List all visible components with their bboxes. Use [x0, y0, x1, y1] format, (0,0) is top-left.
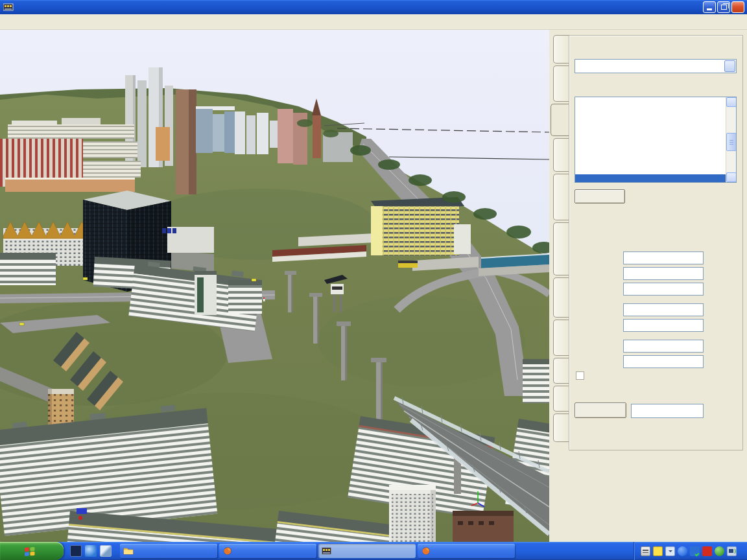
list-item[interactable]	[575, 114, 726, 122]
gradient-end-input[interactable]	[623, 319, 704, 332]
cant-end-input[interactable]	[623, 355, 704, 368]
list-item[interactable]	[575, 132, 726, 140]
task-omsi-app[interactable]	[318, 544, 416, 558]
minimize-button[interactable]	[703, 1, 716, 13]
kmplayer-icon[interactable]	[70, 545, 82, 557]
scroll-down-icon[interactable]	[726, 172, 737, 182]
firefox-icon	[421, 546, 431, 555]
spline-types-listbox[interactable]	[575, 97, 737, 183]
tab-signal-rts[interactable]	[553, 320, 569, 356]
scroll-thumb[interactable]	[726, 133, 737, 151]
folder-icon	[123, 546, 134, 555]
tab-splines[interactable]	[551, 104, 569, 136]
keyboard-icon[interactable]	[641, 546, 650, 556]
menu-helpers[interactable]	[27, 20, 38, 24]
app-bus-icon	[3, 3, 14, 12]
list-item[interactable]	[575, 166, 726, 174]
start-button[interactable]	[0, 542, 64, 560]
mirror-checkbox-box[interactable]	[576, 371, 584, 380]
list-item[interactable]	[575, 106, 726, 114]
media-player-icon[interactable]	[100, 545, 112, 557]
close-button[interactable]	[731, 1, 744, 13]
window-titlebar[interactable]	[0, 0, 747, 14]
complete-to-button[interactable]	[575, 402, 626, 418]
hide-icons-chevron-icon[interactable]	[678, 546, 687, 556]
taskbar: )	[0, 542, 747, 560]
tab-spline-exp[interactable]	[553, 277, 569, 318]
tab-envir[interactable]	[553, 386, 569, 412]
restore-button[interactable]	[717, 1, 730, 13]
network-tray-icon[interactable]: )	[727, 546, 737, 556]
quick-launch	[64, 545, 119, 557]
tab-traffic-rules[interactable]	[553, 174, 569, 220]
cant-start-input[interactable]	[623, 340, 704, 353]
windows-flag-icon	[25, 546, 36, 556]
language-bar-icon[interactable]	[665, 546, 675, 556]
list-item[interactable]	[575, 97, 726, 106]
list-item[interactable]	[575, 123, 726, 132]
tab-terrain[interactable]	[553, 138, 569, 172]
mirror-checkbox[interactable]	[576, 371, 588, 380]
load-button[interactable]	[575, 189, 625, 204]
sync-tray-icon[interactable]	[690, 546, 700, 556]
menu-map[interactable]	[3, 20, 15, 24]
spline-combobox[interactable]	[575, 59, 737, 73]
list-scrollbar[interactable]	[726, 97, 736, 182]
menu-ai-traffic[interactable]	[15, 20, 27, 24]
list-item-selected[interactable]	[575, 174, 726, 183]
task-omsi-folder[interactable]	[120, 544, 217, 558]
messenger-tray-icon[interactable]	[715, 546, 724, 556]
menu-bar	[0, 14, 747, 30]
tab-debug[interactable]	[553, 414, 569, 442]
list-item[interactable]	[575, 140, 726, 148]
tab-objects[interactable]	[553, 65, 569, 102]
task-firefox-page[interactable]	[219, 544, 316, 558]
scroll-up-icon[interactable]	[726, 97, 737, 107]
task-firefox-download[interactable]	[418, 544, 515, 558]
radius-input[interactable]	[623, 283, 704, 296]
complete-to-input[interactable]	[631, 404, 704, 418]
internet-explorer-icon[interactable]	[85, 545, 97, 557]
ati-tray-icon[interactable]	[702, 546, 712, 556]
panel-tabstrip	[551, 35, 569, 442]
editor-panel	[549, 30, 747, 542]
omsi-bus-icon	[322, 546, 332, 555]
ime-help-icon[interactable]	[653, 546, 663, 556]
system-tray: )	[634, 542, 747, 560]
scene-svg	[0, 30, 549, 542]
viewport-3d[interactable]	[0, 30, 549, 542]
desktop: )	[0, 0, 747, 560]
angel-input[interactable]	[623, 267, 704, 280]
tab-tile[interactable]	[553, 35, 569, 64]
splines-tab-page	[569, 35, 743, 450]
list-item[interactable]	[575, 148, 726, 157]
length-input[interactable]	[623, 251, 704, 264]
tab-prior[interactable]	[553, 358, 569, 384]
combo-dropdown-icon[interactable]	[724, 60, 735, 72]
list-item[interactable]	[575, 157, 726, 165]
gradient-start-input[interactable]	[623, 303, 704, 316]
menu-extras[interactable]	[38, 20, 50, 24]
tab-tracks-trips[interactable]	[553, 222, 569, 275]
firefox-icon	[222, 546, 233, 555]
